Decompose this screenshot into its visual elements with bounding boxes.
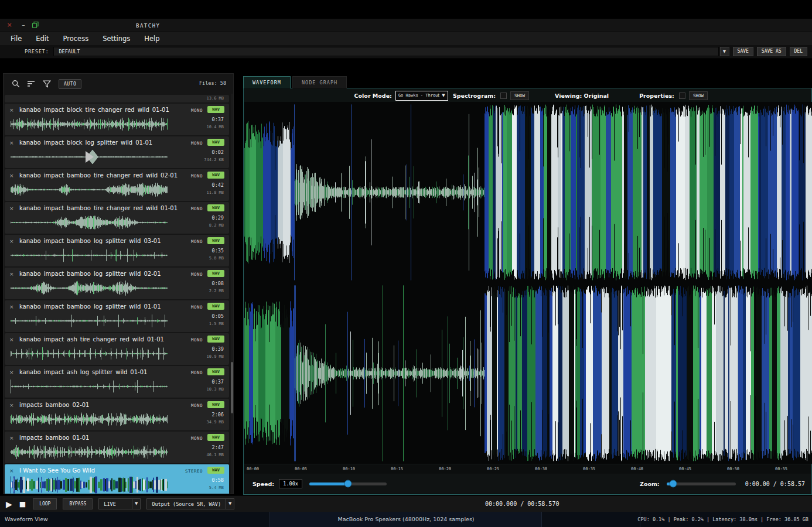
remove-file-button[interactable]: × (9, 140, 14, 146)
output-select[interactable]: Output (Source SR, WAV) ▼ (146, 498, 234, 509)
remove-file-button[interactable]: × (9, 107, 14, 113)
preset-save-as-button[interactable]: SAVE AS (757, 47, 786, 56)
file-waveform-thumbnail[interactable] (11, 476, 168, 494)
sort-icon[interactable] (28, 80, 35, 87)
file-size: 11.8 MB (206, 190, 224, 195)
timeline-tick: 00:25 (487, 467, 499, 471)
auto-button[interactable]: AUTO (59, 79, 81, 89)
file-waveform-thumbnail[interactable] (11, 443, 168, 461)
remove-file-button[interactable]: × (9, 173, 14, 179)
menu-item-file[interactable]: File (4, 33, 29, 45)
menu-item-settings[interactable]: Settings (95, 33, 137, 45)
file-list-scrollbar[interactable] (231, 94, 233, 494)
zoom-slider-knob[interactable] (670, 480, 677, 488)
main-waveform-canvas[interactable] (244, 102, 812, 464)
scrollbar-thumb[interactable] (231, 362, 233, 414)
file-waveform-thumbnail[interactable] (11, 115, 168, 133)
remove-file-button[interactable]: × (9, 238, 14, 244)
format-badge: WAV (207, 106, 224, 113)
file-waveform-thumbnail[interactable] (11, 378, 168, 395)
spectrogram-show-button[interactable]: SHOW (510, 91, 529, 100)
live-select[interactable]: LIVE ▼ (98, 498, 141, 509)
remove-file-button[interactable]: × (9, 402, 14, 408)
stop-button[interactable]: ■ (19, 500, 26, 508)
file-list-item[interactable]: ×kanabo_impact_block_tire_changer_red_wi… (5, 104, 229, 135)
window-title: BATCHY (136, 23, 161, 29)
remove-file-button[interactable]: × (9, 435, 14, 441)
preset-delete-button[interactable]: DEL (790, 47, 807, 56)
file-size: 10.4 MB (206, 125, 224, 129)
file-size: 34.9 MB (206, 420, 224, 425)
speed-input[interactable] (279, 479, 302, 488)
file-list-item[interactable]: ×kanabo_impact_bamboo_tire_changer_red_w… (5, 202, 229, 234)
zoom-slider[interactable] (667, 482, 736, 485)
filter-icon[interactable] (43, 80, 51, 88)
remove-file-button[interactable]: × (9, 304, 14, 310)
file-waveform-thumbnail[interactable] (11, 214, 168, 231)
timeline[interactable]: 00:0000:0500:1000:1500:2000:2500:3000:35… (244, 464, 811, 474)
file-waveform-thumbnail[interactable] (11, 148, 168, 166)
channel-label: MONO (191, 436, 203, 441)
file-list-item[interactable]: ×impacts_bamboo_01-01MONOWAV2:4746.1 MB (5, 432, 229, 463)
preset-save-button[interactable]: SAVE (733, 47, 753, 56)
file-list-item[interactable]: ×kanabo_impact_block_log_splitter_wild_0… (5, 136, 229, 168)
zoom-label: Zoom: (640, 481, 660, 487)
file-size: 46.1 MB (206, 453, 224, 457)
file-duration: 0:42 (212, 182, 224, 188)
file-list-item[interactable]: ×kanabo_impact_bamboo_log_splitter_wild_… (5, 268, 229, 299)
preset-dropdown-arrow[interactable]: ▼ (720, 47, 729, 56)
file-list-item[interactable]: ×kanabo_impact_bamboo_tire_changer_red_w… (5, 169, 229, 201)
file-list-item[interactable]: ×I Want to See You Go WildSTEREOWAV0:585… (5, 464, 229, 494)
file-waveform-thumbnail[interactable] (11, 312, 168, 330)
bypass-button[interactable]: BYPASS (63, 498, 93, 509)
file-list-item-partial[interactable]: 13.6 MB (5, 95, 229, 102)
properties-checkbox[interactable] (679, 93, 685, 99)
speed-slider-knob[interactable] (344, 480, 352, 488)
file-list-item[interactable]: ×kanabo_impact_ash_log_splitter_wild_01-… (5, 366, 229, 398)
restore-window-button[interactable] (30, 21, 40, 30)
waveform-time-display: 0:00.00 / 0:58.57 (745, 481, 805, 487)
file-waveform-thumbnail[interactable] (11, 345, 168, 362)
loop-button[interactable]: LOOP (33, 498, 57, 509)
file-size: 5.8 MB (209, 256, 224, 261)
minimize-window-button[interactable]: – (19, 20, 28, 30)
file-list-item[interactable]: ×kanabo_impact_bamboo_log_splitter_wild_… (5, 300, 229, 332)
remove-file-button[interactable]: × (9, 369, 14, 375)
file-list-item[interactable]: ×impacts_bamboo_02-01MONOWAV2:0634.9 MB (5, 399, 229, 430)
properties-label: Properties: (639, 93, 674, 99)
file-waveform-thumbnail[interactable] (11, 410, 168, 428)
transport-bar: ▶ ■ LOOP BYPASS LIVE ▼ Output (Source SR… (0, 495, 812, 512)
file-list-item[interactable]: ×kanabo_impact_ash_tire_changer_red_wild… (5, 333, 229, 365)
format-badge: WAV (207, 237, 224, 244)
file-size: 2.2 MB (209, 289, 224, 293)
spectrogram-checkbox[interactable] (500, 93, 507, 99)
remove-file-button[interactable]: × (9, 337, 14, 343)
remove-file-button[interactable]: × (9, 206, 14, 211)
file-duration: 0:37 (212, 379, 224, 385)
properties-show-button[interactable]: SHOW (689, 91, 708, 100)
status-performance: CPU: 0.1% | Peak: 0.2% | Latency: 38.0ms… (637, 516, 808, 522)
play-button[interactable]: ▶ (6, 499, 12, 509)
file-waveform-thumbnail[interactable] (11, 181, 168, 199)
remove-file-button[interactable]: × (9, 468, 14, 474)
menu-item-process[interactable]: Process (56, 33, 96, 45)
speed-slider[interactable] (309, 482, 387, 485)
menu-item-help[interactable]: Help (137, 33, 166, 45)
remove-file-button[interactable]: × (9, 271, 14, 277)
color-mode-select[interactable]: Go Hawks - Throub... ▼ (395, 91, 448, 101)
file-list-item[interactable]: ×kanabo_impact_bamboo_log_splitter_wild_… (5, 235, 229, 266)
tab-waveform[interactable]: WAVEFORM (243, 76, 291, 88)
tab-node-graph[interactable]: NODE GRAPH (292, 76, 347, 88)
file-name: kanabo_impact_block_log_splitter_wild_01… (19, 139, 152, 146)
color-mode-value: Go Hawks - Throub... (396, 93, 439, 98)
preset-select[interactable]: DEFAULT (53, 47, 718, 56)
file-waveform-thumbnail[interactable] (11, 279, 168, 297)
timeline-tick: 00:20 (439, 467, 451, 471)
close-window-button[interactable]: × (5, 20, 14, 30)
search-icon[interactable] (12, 80, 20, 88)
menu-item-edit[interactable]: Edit (29, 33, 56, 45)
timeline-tick: 00:05 (295, 467, 307, 471)
spectrogram-label: Spectrogram: (453, 93, 496, 99)
file-duration: 0:37 (212, 117, 224, 122)
file-waveform-thumbnail[interactable] (11, 247, 168, 264)
